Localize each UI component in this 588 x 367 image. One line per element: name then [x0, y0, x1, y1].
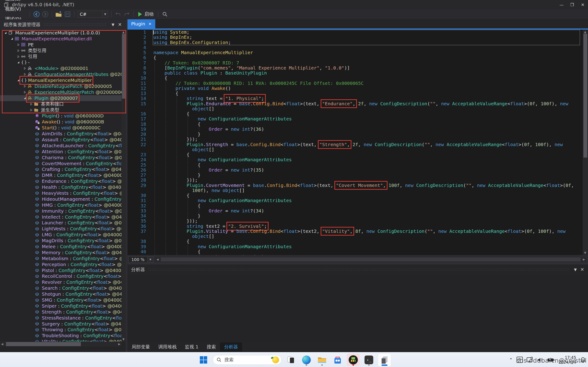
task-view-button[interactable]: [284, 353, 297, 366]
panel-close-icon[interactable]: ✕: [579, 267, 586, 272]
chevron-down-icon[interactable]: ▼: [102, 11, 108, 17]
tree-row[interactable]: Vitality : ConfigEntry<float> @0400: [0, 339, 121, 342]
tree-row[interactable]: LightVests : ConfigEntry<float> @0400: [0, 226, 121, 232]
expander-open-icon[interactable]: [16, 78, 21, 82]
bottom-tab-监视 1[interactable]: 监视 1: [181, 342, 203, 351]
minimize-button[interactable]: —: [556, 0, 567, 9]
code-line[interactable]: 33Order = new int?(34): [128, 208, 583, 213]
code-line[interactable]: 9public class Plugin : BaseUnityPlugin: [128, 70, 583, 75]
microsoft-store-button[interactable]: [331, 353, 344, 366]
tree-row[interactable]: Pistol : ConfigEntry<float> @0400001C: [0, 267, 121, 273]
code-line[interactable]: 4: [128, 45, 583, 50]
tab-plugin[interactable]: Plugin ✕: [128, 19, 155, 28]
code-line[interactable]: 6{: [128, 55, 583, 60]
tree-row[interactable]: 引用: [0, 54, 121, 60]
code-line[interactable]: 14string text = "1. Physical";: [128, 96, 583, 101]
expander-closed-icon[interactable]: [16, 55, 21, 58]
code-line[interactable]: 3using BepInEx.Configuration;: [128, 40, 583, 45]
code-line[interactable]: 39new ConfigurationManagerAttributes: [128, 244, 583, 249]
tree-row[interactable]: PE: [0, 42, 121, 48]
save-icon[interactable]: [63, 10, 72, 19]
tree-row[interactable]: SMG : ConfigEntry<float> @0400001E: [0, 297, 121, 303]
maximize-button[interactable]: ❐: [567, 0, 578, 9]
code-line[interactable]: 19Order = new int?(36): [128, 127, 583, 132]
code-line[interactable]: 12private void Awake(): [128, 86, 583, 91]
tree-row[interactable]: Attention : ConfigEntry<float> @04000: [0, 149, 121, 155]
tree-row[interactable]: 派生类型: [0, 107, 121, 113]
tree-row[interactable]: Metabolism : ConfigEntry<float> @04: [0, 256, 121, 261]
code-line[interactable]: 15Plugin.Endurance = base.Config.Bind<fl…: [128, 101, 583, 106]
tree-row[interactable]: Assault : ConfigEntry<float> @040000: [0, 137, 121, 143]
tree-row[interactable]: Awake() : void @0600000B: [0, 119, 121, 125]
code-line[interactable]: 5namespace ManualExperienceMultiplier: [128, 50, 583, 55]
menu-item[interactable]: 视图(V): [0, 4, 27, 14]
expander-open-icon[interactable]: [22, 96, 27, 100]
tree-row[interactable]: Immunity : ConfigEntry<float> @04000: [0, 208, 121, 214]
code-line[interactable]: 11// Token: 0x0600000B RID: 11 RVA: 0x00…: [128, 81, 583, 86]
undo-icon[interactable]: [114, 10, 122, 19]
tree-row[interactable]: TroubleShooting : ConfigEntry<float> (: [0, 333, 121, 339]
editor-vertical-scrollbar[interactable]: ▲ ▼: [583, 30, 588, 255]
panel-menu-icon[interactable]: ▼: [110, 23, 116, 27]
tree-row[interactable]: Throwing : ConfigEntry<float> @04000: [0, 327, 121, 333]
tree-row[interactable]: ManualExperienceMultiplier (1.0.0.0): [0, 30, 121, 36]
bottom-tab-调用堆栈[interactable]: 调用堆栈: [154, 342, 181, 351]
tree-row[interactable]: Surgery : ConfigEntry<float> @040000: [0, 321, 121, 327]
editor-horizontal-scrollbar[interactable]: ◀ ▶: [155, 257, 586, 262]
code-line[interactable]: 100f), new object[]: [128, 188, 583, 193]
code-line[interactable]: 21}));: [128, 137, 583, 142]
tree-row[interactable]: { }ManualExperienceMultiplier: [0, 77, 121, 83]
code-line[interactable]: 25{: [128, 162, 583, 167]
expander-closed-icon[interactable]: [16, 49, 21, 52]
code-line[interactable]: 30{: [128, 193, 583, 198]
tree-row[interactable]: Strength : ConfigEntry<float> @04000: [0, 309, 121, 315]
tree-row[interactable]: 基类和接口: [0, 101, 121, 107]
code-line[interactable]: 35}));: [128, 218, 583, 223]
code-line[interactable]: 40{: [128, 249, 583, 254]
tree-row[interactable]: Plugin() : void @0600000D: [0, 113, 121, 119]
tree-row[interactable]: Start() : void @0600000C: [0, 125, 121, 131]
menu-item[interactable]: 编辑(E): [0, 0, 27, 4]
tree-row[interactable]: Endurance : ConfigEntry<float> @0400: [0, 178, 121, 184]
tree-row[interactable]: Memory : ConfigEntry<float> @04000: [0, 250, 121, 256]
panel-splitter[interactable]: [126, 19, 128, 352]
code-line[interactable]: 20}: [128, 132, 583, 137]
code-line[interactable]: 2using BepInEx;: [128, 35, 583, 40]
tree-vertical-scrollbar[interactable]: ▲ ▼: [121, 30, 126, 342]
bottom-tab-局部变量[interactable]: 局部变量: [128, 342, 154, 351]
panel-menu-icon[interactable]: ▼: [572, 267, 579, 272]
search-icon[interactable]: [161, 10, 169, 19]
tab-close-icon[interactable]: ✕: [148, 22, 151, 26]
tree-row[interactable]: HeavyVests : ConfigEntry<float> @040: [0, 190, 121, 196]
code-view[interactable]: 1using System;2using BepInEx;3using BepI…: [128, 30, 583, 255]
tree-row[interactable]: ConfigurationManagerAttributes @02000: [0, 71, 121, 77]
game-app-button[interactable]: [347, 353, 360, 366]
zoom-level-select[interactable]: 100 %: [128, 257, 147, 263]
expander-open-icon[interactable]: [9, 37, 15, 41]
code-line[interactable]: 22Plugin.Strength = base.Config.Bind<flo…: [128, 142, 583, 147]
code-line[interactable]: 7// Token: 0x02000007 RID: 7: [128, 60, 583, 65]
bottom-tab-分析器[interactable]: 分析器: [220, 342, 242, 351]
code-line[interactable]: 8[BepInPlugin("com.memes", "Manual Exper…: [128, 65, 583, 70]
tree-row[interactable]: RecoilControl : ConfigEntry<float> @04: [0, 273, 121, 279]
file-explorer-button[interactable]: [316, 353, 329, 366]
taskbar-search-input[interactable]: 搜索: [213, 355, 282, 365]
tray-expand-icon[interactable]: ⌃: [509, 357, 513, 363]
tree-row[interactable]: Charisma : ConfigEntry<float> @04000: [0, 155, 121, 161]
code-line[interactable]: 13{: [128, 91, 583, 96]
tree-row[interactable]: Crafting : ConfigEntry<float> @040000: [0, 166, 121, 172]
tree-row[interactable]: 类型引用: [0, 48, 121, 54]
bottom-tab-搜索[interactable]: 搜索: [203, 342, 220, 351]
start-button[interactable]: 启动: [136, 11, 156, 17]
tree-row[interactable]: CovertMovement : ConfigEntry<float>: [0, 161, 121, 167]
tree-row[interactable]: Plugin @02000007: [0, 95, 121, 101]
expander-closed-icon[interactable]: [28, 108, 34, 112]
expander-open-icon[interactable]: [16, 60, 21, 64]
code-line[interactable]: 34}: [128, 213, 583, 218]
tree-row[interactable]: Intellect : ConfigEntry<float> @040000: [0, 214, 121, 220]
tree-row[interactable]: StressResistance : ConfigEntry<float> @: [0, 315, 121, 321]
terminal-button[interactable]: ›_: [363, 353, 375, 366]
open-file-icon[interactable]: [54, 10, 63, 19]
code-line[interactable]: 16{: [128, 111, 583, 116]
code-line[interactable]: 10{: [128, 75, 583, 81]
